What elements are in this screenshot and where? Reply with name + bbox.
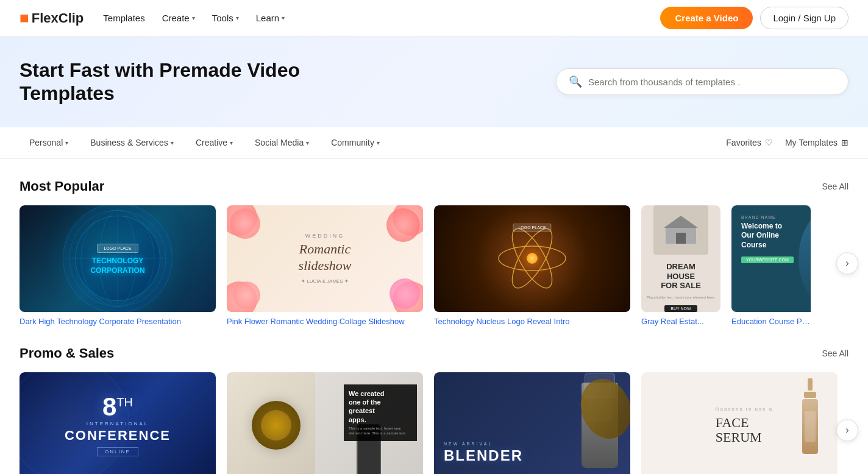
category-nav-right: Favorites ♡ My Templates ⊞ (726, 138, 848, 147)
carousel-next-button[interactable]: › (836, 252, 858, 274)
chevron-down-icon: ▾ (192, 15, 195, 21)
svg-marker-9 (664, 216, 698, 228)
template-thumb-tech-corp: LOGO PLACE TECHNOLOGYCORPORATION (20, 205, 216, 312)
chevron-down-icon: ▾ (171, 140, 174, 146)
category-nav-left: Personal ▾ Business & Services ▾ Creativ… (20, 133, 390, 152)
cat-social-media[interactable]: Social Media ▾ (245, 133, 319, 152)
popular-template-row: LOGO PLACE TECHNOLOGYCORPORATION Dark Hi… (20, 205, 848, 326)
section-header-promo: Promo & Sales See All (20, 345, 848, 361)
chevron-down-icon: ▾ (377, 140, 380, 146)
main-content: Most Popular See All (0, 179, 868, 474)
template-card-tech-corp[interactable]: LOGO PLACE TECHNOLOGYCORPORATION Dark Hi… (20, 205, 216, 326)
nav-templates[interactable]: Templates (103, 13, 144, 23)
my-templates-button[interactable]: My Templates ⊞ (785, 138, 848, 147)
section-header-popular: Most Popular See All (20, 179, 848, 194)
cat-business[interactable]: Business & Services ▾ (80, 133, 183, 152)
logo[interactable]: ■ FlexClip (20, 9, 84, 27)
promo-carousel: 8TH INTERNATIONAL CONFERENCE ONLINE 8th … (20, 372, 848, 474)
section-title-promo: Promo & Sales (20, 345, 114, 361)
template-thumb-education: BRAND NAME Welcome toOur OnlineCourse YO… (731, 205, 811, 312)
see-all-popular[interactable]: See All (822, 182, 848, 191)
template-card-nucleus[interactable]: LOGO PLACE Technology Nucleus Logo Revea… (434, 205, 630, 326)
search-icon: 🔍 (569, 75, 582, 88)
most-popular-section: Most Popular See All (20, 179, 848, 326)
template-name: Pink Flower Romantic Wedding Collage Sli… (227, 317, 423, 326)
template-card-education[interactable]: BRAND NAME Welcome toOur OnlineCourse YO… (731, 205, 811, 326)
layers-icon: ⊞ (841, 138, 848, 147)
cat-personal[interactable]: Personal ▾ (20, 133, 78, 152)
logo-icon: ■ (20, 9, 29, 27)
cat-creative[interactable]: Creative ▾ (186, 133, 243, 152)
template-card-blender[interactable]: NEW ARRIVAL BLENDER New Arrival Blender (434, 372, 630, 474)
chevron-down-icon: ▾ (306, 140, 309, 146)
chevron-down-icon: ▾ (65, 140, 68, 146)
search-input[interactable] (588, 77, 836, 87)
template-card-conference[interactable]: 8TH INTERNATIONAL CONFERENCE ONLINE 8th … (20, 372, 216, 474)
search-bar: 🔍 (556, 68, 848, 95)
nav-learn[interactable]: Learn ▾ (256, 13, 285, 23)
template-thumb-nucleus: LOGO PLACE (434, 205, 630, 312)
template-card-app[interactable]: We createdone of thegreatestapps. This i… (227, 372, 423, 474)
template-thumb-realestate: DREAMHOUSEFOR SALE Placeholder text. Ins… (641, 205, 720, 312)
chevron-down-icon: ▾ (282, 15, 285, 21)
template-name: Dark High Technology Corporate Presentat… (20, 317, 216, 326)
template-name: Education Course Promotion (731, 317, 811, 326)
cat-community[interactable]: Community ▾ (321, 133, 390, 152)
heart-icon: ♡ (765, 138, 773, 147)
carousel-next-button-promo[interactable]: › (836, 419, 858, 441)
svg-rect-10 (676, 233, 686, 244)
template-thumb-blender: NEW ARRIVAL BLENDER (434, 372, 630, 474)
template-thumb-conference: 8TH INTERNATIONAL CONFERENCE ONLINE (20, 372, 216, 474)
category-nav: Personal ▾ Business & Services ▾ Creativ… (0, 127, 868, 159)
create-video-button[interactable]: Create a Video (660, 7, 753, 29)
nav-tools[interactable]: Tools ▾ (212, 13, 239, 23)
logo-text: FlexClip (32, 10, 84, 26)
promo-template-row: 8TH INTERNATIONAL CONFERENCE ONLINE 8th … (20, 372, 848, 474)
chevron-down-icon: ▾ (236, 15, 239, 21)
header-right: Create a Video Login / Sign Up (660, 7, 848, 29)
template-thumb-wedding: WEDDING Romanticslideshow ✦ LUCIA & JAME… (227, 205, 423, 312)
main-nav: Templates Create ▾ Tools ▾ Learn ▾ (103, 13, 285, 23)
template-name: Gray Real Estat... (641, 317, 720, 326)
popular-carousel: LOGO PLACE TECHNOLOGYCORPORATION Dark Hi… (20, 205, 848, 326)
header-left: ■ FlexClip Templates Create ▾ Tools ▾ Le… (20, 9, 285, 27)
see-all-promo[interactable]: See All (822, 348, 848, 358)
login-button[interactable]: Login / Sign Up (760, 7, 848, 29)
template-name: Technology Nucleus Logo Reveal Intro (434, 317, 630, 326)
template-thumb-app: We createdone of thegreatestapps. This i… (227, 372, 423, 474)
nav-create[interactable]: Create ▾ (162, 13, 195, 23)
template-thumb-serum: Reasons to use a FACESERUM (641, 372, 838, 474)
chevron-down-icon: ▾ (230, 140, 233, 146)
template-card-realestate[interactable]: DREAMHOUSEFOR SALE Placeholder text. Ins… (641, 205, 720, 326)
section-title-popular: Most Popular (20, 179, 104, 194)
favorites-button[interactable]: Favorites ♡ (726, 138, 773, 147)
template-card-serum[interactable]: Reasons to use a FACESERUM Reasons to Us… (641, 372, 838, 474)
hero-section: Start Fast with Premade Video Templates … (0, 37, 868, 127)
promo-sales-section: Promo & Sales See All 8TH INTERNATIONAL … (20, 345, 848, 474)
header: ■ FlexClip Templates Create ▾ Tools ▾ Le… (0, 0, 868, 37)
template-card-wedding[interactable]: WEDDING Romanticslideshow ✦ LUCIA & JAME… (227, 205, 423, 326)
page-title: Start Fast with Premade Video Templates (20, 58, 324, 105)
